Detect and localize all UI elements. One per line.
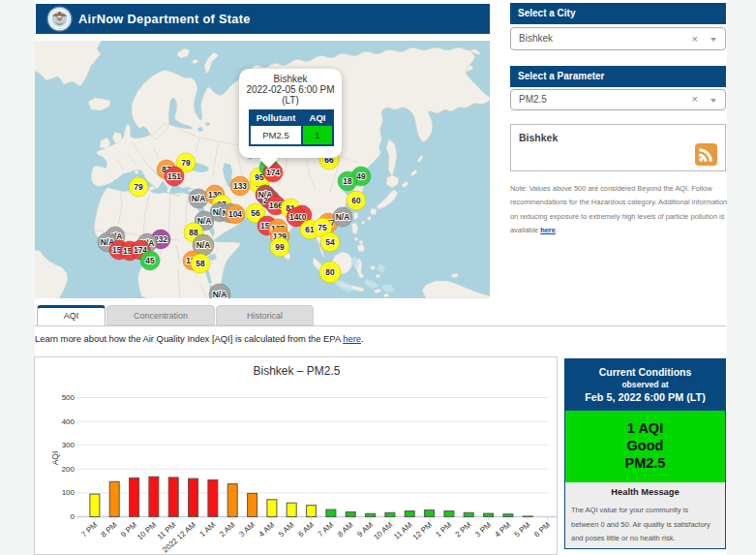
svg-text:6 PM: 6 PM xyxy=(532,520,552,539)
svg-text:N/A: N/A xyxy=(192,194,205,203)
svg-text:N/A: N/A xyxy=(197,216,211,226)
svg-text:500: 500 xyxy=(62,393,76,402)
svg-text:133: 133 xyxy=(233,181,247,191)
svg-text:4 AM: 4 AM xyxy=(257,520,277,539)
svg-text:5 PM: 5 PM xyxy=(513,520,532,539)
svg-text:99: 99 xyxy=(275,242,285,252)
svg-text:100: 100 xyxy=(62,488,76,497)
svg-text:88: 88 xyxy=(189,228,198,237)
svg-text:2 AM: 2 AM xyxy=(218,520,237,539)
svg-text:12 PM: 12 PM xyxy=(411,520,434,541)
svg-text:174: 174 xyxy=(266,168,280,177)
svg-text:58: 58 xyxy=(196,259,205,268)
svg-text:7 PM: 7 PM xyxy=(79,520,99,539)
svg-text:4 PM: 4 PM xyxy=(493,520,512,539)
svg-text:80: 80 xyxy=(325,267,335,277)
svg-text:8 PM: 8 PM xyxy=(100,520,119,539)
svg-text:3 AM: 3 AM xyxy=(237,520,257,539)
svg-text:3 PM: 3 PM xyxy=(473,520,493,539)
svg-text:2 PM: 2 PM xyxy=(454,520,473,539)
svg-text:104: 104 xyxy=(228,209,242,219)
svg-text:54: 54 xyxy=(325,237,335,247)
svg-text:10 AM: 10 AM xyxy=(372,520,394,541)
svg-text:300: 300 xyxy=(62,441,76,449)
svg-text:7 AM: 7 AM xyxy=(317,520,336,539)
svg-text:79: 79 xyxy=(181,158,191,168)
svg-text:N/A: N/A xyxy=(197,240,210,250)
svg-text:1 AM: 1 AM xyxy=(198,520,218,539)
svg-text:151: 151 xyxy=(167,171,181,181)
svg-text:10 PM: 10 PM xyxy=(136,520,158,541)
svg-text:8 AM: 8 AM xyxy=(336,520,355,539)
svg-text:1 PM: 1 PM xyxy=(434,520,453,539)
svg-text:56: 56 xyxy=(251,208,260,218)
svg-text:11 AM: 11 AM xyxy=(392,520,414,541)
svg-text:79: 79 xyxy=(134,182,143,192)
svg-text:N/A: N/A xyxy=(336,212,349,222)
svg-text:6 AM: 6 AM xyxy=(296,520,316,539)
svg-text:18: 18 xyxy=(343,176,352,186)
svg-text:45: 45 xyxy=(145,256,155,265)
svg-text:60: 60 xyxy=(351,196,361,205)
svg-text:75: 75 xyxy=(318,223,327,232)
svg-text:N/A: N/A xyxy=(213,290,227,298)
svg-text:AQI: AQI xyxy=(50,451,60,466)
svg-text:49: 49 xyxy=(356,171,366,181)
svg-text:400: 400 xyxy=(62,417,76,426)
svg-text:0: 0 xyxy=(71,512,76,521)
svg-text:5 AM: 5 AM xyxy=(277,520,296,539)
svg-text:200: 200 xyxy=(62,465,76,474)
